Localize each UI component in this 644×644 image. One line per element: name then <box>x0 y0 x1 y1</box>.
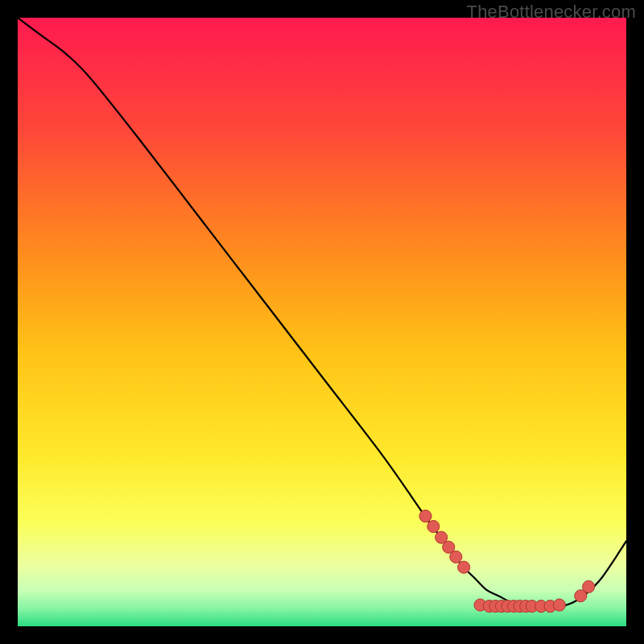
data-marker <box>427 520 440 532</box>
data-marker <box>583 580 595 592</box>
chart-background <box>18 18 626 626</box>
chart-frame: TheBottlenecker.com <box>0 0 644 644</box>
data-marker <box>553 599 565 611</box>
data-marker <box>458 561 470 573</box>
data-marker <box>450 551 462 563</box>
data-marker <box>419 510 431 522</box>
watermark-text: TheBottlenecker.com <box>467 2 636 23</box>
chart-svg <box>18 18 626 626</box>
chart-plot-area <box>18 18 626 626</box>
